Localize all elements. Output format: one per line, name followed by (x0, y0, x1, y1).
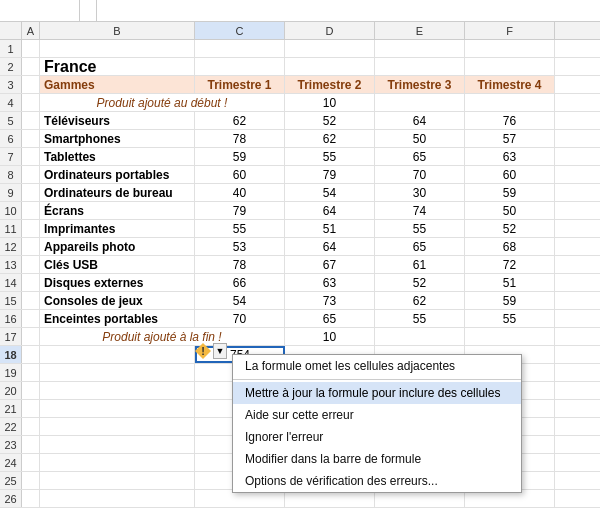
cell-b16[interactable]: Enceintes portables (40, 310, 195, 327)
cell-d9[interactable]: 54 (285, 184, 375, 201)
cell-d4[interactable] (375, 94, 465, 111)
cell-a23[interactable] (22, 436, 40, 453)
cell-f5[interactable]: 76 (465, 112, 555, 129)
error-dropdown-button[interactable]: ▼ (213, 343, 227, 359)
cell-e8[interactable]: 70 (375, 166, 465, 183)
cell-c7[interactable]: 59 (195, 148, 285, 165)
cell-c9[interactable]: 40 (195, 184, 285, 201)
cell-a20[interactable] (22, 382, 40, 399)
cell-b4[interactable]: Produit ajouté au début ! (40, 94, 285, 111)
cell-a2[interactable] (22, 58, 40, 75)
cell-b7[interactable]: Tablettes (40, 148, 195, 165)
cell-c3[interactable]: Trimestre 1 (195, 76, 285, 93)
cell-c2[interactable] (195, 58, 285, 75)
cell-f16[interactable]: 55 (465, 310, 555, 327)
cell-f15[interactable]: 59 (465, 292, 555, 309)
cell-a22[interactable] (22, 418, 40, 435)
cell-b11[interactable]: Imprimantes (40, 220, 195, 237)
cell-c13[interactable]: 78 (195, 256, 285, 273)
cell-a19[interactable] (22, 364, 40, 381)
cell-reference[interactable] (0, 0, 80, 21)
cell-f8[interactable]: 60 (465, 166, 555, 183)
cell-a9[interactable] (22, 184, 40, 201)
cell-a1[interactable] (22, 40, 40, 57)
cell-b2[interactable]: France (40, 58, 195, 75)
cell-a12[interactable] (22, 238, 40, 255)
cell-e15[interactable]: 62 (375, 292, 465, 309)
cell-f4[interactable] (555, 94, 600, 111)
context-menu-item-update-formula[interactable]: Mettre à jour la formule pour inclure de… (233, 382, 521, 404)
cell-c11[interactable]: 55 (195, 220, 285, 237)
cell-a4[interactable] (22, 94, 40, 111)
context-menu-item-help[interactable]: Aide sur cette erreur (233, 404, 521, 426)
cell-b17[interactable]: Produit ajouté à la fin ! (40, 328, 285, 345)
cell-b21[interactable] (40, 400, 195, 417)
cell-e11[interactable]: 55 (375, 220, 465, 237)
cell-f7[interactable]: 63 (465, 148, 555, 165)
cell-f14[interactable]: 51 (465, 274, 555, 291)
cell-d3[interactable]: Trimestre 2 (285, 76, 375, 93)
cell-c8[interactable]: 60 (195, 166, 285, 183)
cell-e14[interactable]: 52 (375, 274, 465, 291)
cell-e4[interactable] (465, 94, 555, 111)
context-menu-item-ignore[interactable]: Ignorer l'erreur (233, 426, 521, 448)
cell-f12[interactable]: 68 (465, 238, 555, 255)
cell-b10[interactable]: Écrans (40, 202, 195, 219)
cell-d5[interactable]: 52 (285, 112, 375, 129)
cell-a11[interactable] (22, 220, 40, 237)
cell-b9[interactable]: Ordinateurs de bureau (40, 184, 195, 201)
cell-d17[interactable] (375, 328, 465, 345)
cell-c17[interactable]: 10 (285, 328, 375, 345)
cell-c14[interactable]: 66 (195, 274, 285, 291)
cell-b1[interactable] (40, 40, 195, 57)
cell-e9[interactable]: 30 (375, 184, 465, 201)
cell-e7[interactable]: 65 (375, 148, 465, 165)
cell-a25[interactable] (22, 472, 40, 489)
cell-d8[interactable]: 79 (285, 166, 375, 183)
cell-f2[interactable] (465, 58, 555, 75)
cell-b12[interactable]: Appareils photo (40, 238, 195, 255)
cell-f9[interactable]: 59 (465, 184, 555, 201)
cell-f6[interactable]: 57 (465, 130, 555, 147)
cell-b24[interactable] (40, 454, 195, 471)
cell-b3[interactable]: Gammes (40, 76, 195, 93)
cell-a21[interactable] (22, 400, 40, 417)
cell-e10[interactable]: 74 (375, 202, 465, 219)
context-menu-item-omit-adjacent[interactable]: La formule omet les cellules adjacentes (233, 355, 521, 377)
cell-a18[interactable] (22, 346, 40, 363)
cell-b8[interactable]: Ordinateurs portables (40, 166, 195, 183)
cell-a7[interactable] (22, 148, 40, 165)
cell-d16[interactable]: 65 (285, 310, 375, 327)
cell-f3[interactable]: Trimestre 4 (465, 76, 555, 93)
cell-c12[interactable]: 53 (195, 238, 285, 255)
cell-f10[interactable]: 50 (465, 202, 555, 219)
cell-a3[interactable] (22, 76, 40, 93)
cell-b15[interactable]: Consoles de jeux (40, 292, 195, 309)
cell-c15[interactable]: 54 (195, 292, 285, 309)
cell-b25[interactable] (40, 472, 195, 489)
cell-b20[interactable] (40, 382, 195, 399)
cell-a10[interactable] (22, 202, 40, 219)
cell-b19[interactable] (40, 364, 195, 381)
cell-e3[interactable]: Trimestre 3 (375, 76, 465, 93)
cell-d11[interactable]: 51 (285, 220, 375, 237)
cell-f11[interactable]: 52 (465, 220, 555, 237)
cell-e13[interactable]: 61 (375, 256, 465, 273)
cell-f17[interactable] (555, 328, 600, 345)
cell-c16[interactable]: 70 (195, 310, 285, 327)
cell-b13[interactable]: Clés USB (40, 256, 195, 273)
cell-b22[interactable] (40, 418, 195, 435)
cell-a26[interactable] (22, 490, 40, 507)
cell-d12[interactable]: 64 (285, 238, 375, 255)
cell-c10[interactable]: 79 (195, 202, 285, 219)
cell-a15[interactable] (22, 292, 40, 309)
cell-a8[interactable] (22, 166, 40, 183)
cell-e1[interactable] (375, 40, 465, 57)
context-menu-item-options[interactable]: Options de vérification des erreurs... (233, 470, 521, 492)
cell-d15[interactable]: 73 (285, 292, 375, 309)
cell-e17[interactable] (465, 328, 555, 345)
cell-b5[interactable]: Téléviseurs (40, 112, 195, 129)
context-menu-item-edit-formula[interactable]: Modifier dans la barre de formule (233, 448, 521, 470)
cell-d7[interactable]: 55 (285, 148, 375, 165)
cell-a17[interactable] (22, 328, 40, 345)
